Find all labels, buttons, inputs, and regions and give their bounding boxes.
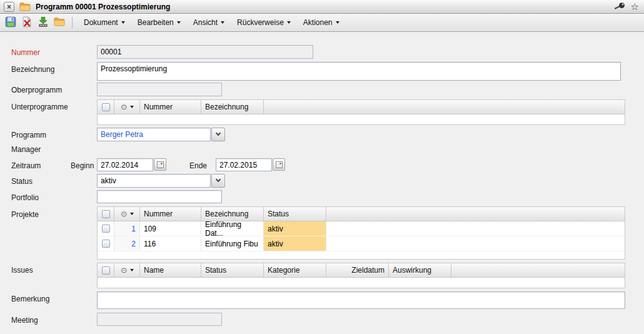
- chevron-down-icon: [336, 21, 340, 24]
- column-header-auswirkung[interactable]: Auswirkung: [389, 263, 451, 277]
- table-row[interactable]: 1 109 Einführung Dat... aktiv: [98, 221, 625, 236]
- nummer-input[interactable]: [97, 45, 313, 59]
- row-cell: [98, 236, 114, 251]
- oberprogramm-input[interactable]: [97, 83, 222, 96]
- unterprogramme-table: ⚙ Nummer Bezeichnung: [97, 99, 625, 125]
- status-dropdown-button[interactable]: [211, 174, 225, 188]
- portfolio-label: Portfolio: [11, 193, 39, 202]
- toolbar: Dokument Bearbeiten Ansicht Rückverweise…: [0, 14, 644, 32]
- row-checkbox[interactable]: [102, 225, 110, 233]
- chevron-down-icon: [216, 177, 221, 182]
- cell-bezeichnung: Einführung Dat...: [201, 221, 264, 236]
- cell-bezeichnung: Einführung Fibu: [201, 236, 264, 251]
- header-filler: [264, 100, 625, 114]
- header-filler: [326, 207, 625, 221]
- bemerkung-input[interactable]: [97, 291, 625, 309]
- select-all-checkbox[interactable]: [102, 266, 110, 275]
- menu-label: Rückverweise: [237, 18, 284, 27]
- chevron-down-icon: [130, 269, 134, 271]
- save-icon: [5, 16, 16, 29]
- beginn-date-input[interactable]: [97, 158, 153, 171]
- column-header-status[interactable]: Status: [201, 263, 264, 277]
- nummer-label: Nummer: [11, 48, 40, 57]
- issues-label: Issues: [11, 266, 33, 275]
- row-index-link[interactable]: 2: [114, 236, 140, 251]
- menu-rueckverweise[interactable]: Rückverweise: [231, 15, 297, 30]
- save-button[interactable]: [3, 15, 18, 30]
- select-all-checkbox[interactable]: [102, 210, 110, 218]
- meeting-label: Meeting: [11, 316, 38, 325]
- table-row[interactable]: 2 116 Einführung Fibu aktiv: [98, 236, 625, 251]
- calendar-icon: [157, 161, 164, 168]
- status-label: Status: [11, 177, 33, 186]
- menu-ansicht[interactable]: Ansicht: [187, 15, 231, 30]
- column-header-name[interactable]: Name: [140, 263, 201, 277]
- close-button[interactable]: ×: [4, 2, 14, 12]
- row-filler: [326, 236, 625, 251]
- table-header: ⚙ Nummer Bezeichnung Status: [98, 207, 625, 221]
- row-checkbox[interactable]: [102, 240, 110, 248]
- ende-date-input[interactable]: [216, 158, 272, 171]
- form-area: Nummer Bezeichnung Prozessoptimierung Ob…: [0, 33, 644, 334]
- row-cell: [98, 221, 114, 236]
- menu-dokument[interactable]: Dokument: [78, 15, 131, 30]
- window-title: Programm 00001 Prozessoptimierung: [36, 3, 170, 11]
- bemerkung-label: Bemerkung: [11, 295, 49, 303]
- table-header: ⚙ Nummer Bezeichnung: [98, 100, 625, 114]
- chevron-down-icon: [177, 21, 181, 24]
- discard-document-button[interactable]: [19, 15, 34, 30]
- column-header-nummer[interactable]: Nummer: [140, 100, 201, 114]
- cell-nummer: 109: [140, 221, 201, 236]
- menu-bearbeiten[interactable]: Bearbeiten: [131, 15, 187, 30]
- column-header-nummer[interactable]: Nummer: [140, 207, 201, 221]
- bezeichnung-input[interactable]: Prozessoptimierung: [97, 62, 621, 81]
- column-header-zieldatum[interactable]: Zieldatum: [326, 263, 389, 277]
- menu-label: Aktionen: [303, 18, 333, 27]
- folder-icon: [54, 17, 65, 28]
- meeting-input[interactable]: [97, 313, 222, 326]
- table-menu-button[interactable]: ⚙: [114, 100, 140, 114]
- pin-icon[interactable]: [615, 2, 626, 12]
- menu-aktionen[interactable]: Aktionen: [297, 15, 346, 30]
- portfolio-input[interactable]: [97, 190, 222, 203]
- column-header-bezeichnung[interactable]: Bezeichnung: [201, 100, 264, 114]
- titlebar: × Programm 00001 Prozessoptimierung ☆: [0, 0, 644, 14]
- programm-manager-dropdown-button[interactable]: [211, 128, 225, 141]
- chevron-down-icon: [216, 131, 221, 136]
- gear-icon: ⚙: [120, 210, 128, 218]
- table-menu-button[interactable]: ⚙: [114, 207, 140, 221]
- projekte-label: Projekte: [11, 210, 39, 219]
- ende-calendar-button[interactable]: [273, 158, 285, 171]
- beginn-calendar-button[interactable]: [154, 158, 166, 171]
- gear-icon: ⚙: [120, 266, 128, 275]
- menu-label: Dokument: [84, 18, 118, 27]
- status-input[interactable]: [97, 174, 211, 188]
- chevron-down-icon: [287, 21, 291, 24]
- programm-manager-input[interactable]: [97, 128, 211, 141]
- table-menu-button[interactable]: ⚙: [114, 263, 140, 277]
- column-header-status[interactable]: Status: [264, 207, 326, 221]
- column-header-bezeichnung[interactable]: Bezeichnung: [201, 207, 264, 221]
- projekte-table: ⚙ Nummer Bezeichnung Status 1 109 Einfüh…: [97, 206, 625, 260]
- row-filler: [326, 221, 625, 236]
- programm-manager-combo: [97, 128, 225, 141]
- bezeichnung-label: Bezeichnung: [11, 65, 54, 74]
- ende-label: Ende: [189, 161, 207, 170]
- header-cell: [98, 100, 114, 114]
- application-window: × Programm 00001 Prozessoptimierung ☆: [0, 0, 644, 334]
- select-all-checkbox[interactable]: [102, 103, 110, 111]
- empty-table-body: [98, 278, 625, 288]
- cell-status: aktiv: [264, 221, 326, 236]
- cell-status: aktiv: [264, 236, 326, 251]
- unterprogramme-label: Unterprogramme: [11, 103, 68, 111]
- column-header-kategorie[interactable]: Kategorie: [264, 263, 326, 277]
- open-folder-button[interactable]: [52, 15, 67, 30]
- toolbar-separator: [72, 17, 73, 28]
- oberprogramm-label: Oberprogramm: [11, 86, 62, 94]
- programm-manager-label-line1: Programm: [11, 131, 46, 139]
- star-icon[interactable]: ☆: [631, 2, 639, 11]
- gear-icon: ⚙: [120, 103, 128, 111]
- row-index-link[interactable]: 1: [114, 221, 140, 236]
- download-button[interactable]: [36, 15, 51, 30]
- empty-table-body: [98, 251, 625, 259]
